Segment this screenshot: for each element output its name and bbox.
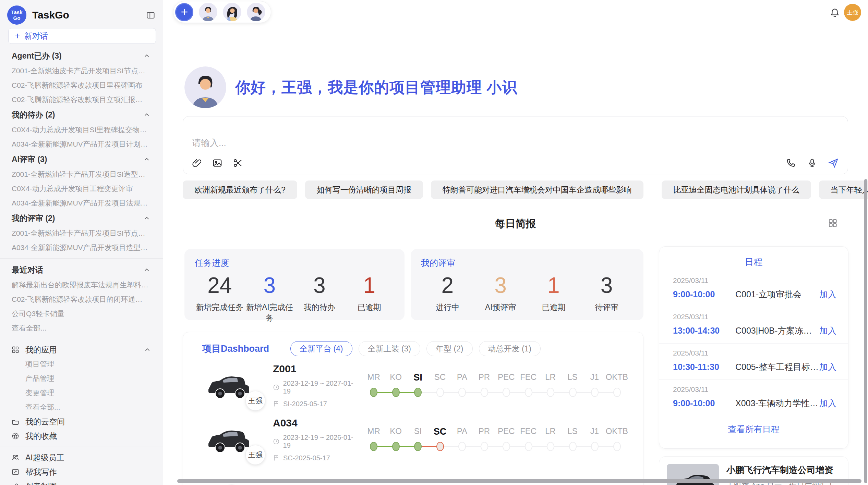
suggestion-chip[interactable]: 特朗普可能对进口汽车增税会对中国车企造成哪些影响 <box>431 181 643 199</box>
microphone-icon[interactable] <box>806 157 818 169</box>
voice-call-icon[interactable] <box>785 157 797 169</box>
collapse-sidebar-icon[interactable] <box>146 11 155 20</box>
milestone-label: KO <box>385 426 407 437</box>
milestone-dot-done <box>392 442 400 451</box>
section-header-recent-chats[interactable]: 最近对话 <box>0 262 163 278</box>
milestone-dot <box>503 442 510 451</box>
chevron-up-icon[interactable] <box>143 111 150 119</box>
scissors-icon[interactable] <box>232 157 244 169</box>
section-header-my-todo[interactable]: 我的待办 (2) <box>0 107 163 123</box>
sidebar-item[interactable]: Z001-全新燃油轻卡产品开发项目SI节点属性5D文件评审 <box>0 226 163 240</box>
divider <box>0 339 163 339</box>
sidebar-item-my-apps[interactable]: 我的应用 <box>0 343 163 357</box>
horizontal-scrollbar[interactable] <box>177 479 861 483</box>
user-name: 王强 <box>847 9 858 16</box>
apps-view-all[interactable]: 查看全部... <box>0 400 163 414</box>
milestone-dot-done <box>414 442 422 451</box>
section-title: 我的评审 <box>12 213 43 224</box>
section-count: (2) <box>45 214 55 223</box>
plus-icon <box>180 8 189 16</box>
assistant-avatar-2[interactable] <box>223 3 241 21</box>
schedule-item[interactable]: 2025/03/11 13:00-14:30 C003|H0B-方案冻结评审 加… <box>659 307 848 344</box>
chevron-up-icon[interactable] <box>143 156 150 163</box>
sidebar-item-cloud-space[interactable]: 我的云空间 <box>0 414 163 429</box>
sidebar-item-ai-super-staff[interactable]: AI超级员工 <box>0 450 163 465</box>
add-assistant-button[interactable] <box>175 3 193 21</box>
app-item-change-mgmt[interactable]: 变更管理 <box>0 386 163 400</box>
schedule-event-title: C003|H0B-方案冻结评审 <box>731 325 819 336</box>
sidebar-item-help-me-write[interactable]: 帮我写作 <box>0 465 163 479</box>
schedule-title: 日程 <box>659 247 848 271</box>
app-item-product-mgmt[interactable]: 产品管理 <box>0 371 163 386</box>
project-name: A034 <box>273 417 359 429</box>
send-icon[interactable] <box>827 157 840 169</box>
sidebar-item[interactable]: Z001-全新燃油轻卡产品开发项目SI造型提交物评审 <box>0 167 163 182</box>
chevron-up-icon[interactable] <box>143 266 150 274</box>
section-header-ai-review[interactable]: AI评审 (3) <box>0 151 163 167</box>
recent-chat-item[interactable]: 解释最新出台的欧盟报废车法规再生塑料比例被调至15%... <box>0 278 163 292</box>
sidebar-item[interactable]: A034-全新新能源MUV产品开发项目计划变更表编写 <box>0 137 163 151</box>
section-header-my-review[interactable]: 我的评审 (2) <box>0 210 163 226</box>
schedule-item[interactable]: 2025/03/11 10:30-11:30 C005-整车工程目标评审 加入 <box>659 344 848 380</box>
sidebar-item-creative-drawing[interactable]: 创意制图 <box>0 479 163 485</box>
creative-drawing-label: 创意制图 <box>25 481 57 485</box>
sidebar-item[interactable]: C0X4-动力总成开发项目SI里程碑提交物检查 <box>0 123 163 137</box>
chevron-up-icon[interactable] <box>144 346 151 353</box>
chevron-up-icon[interactable] <box>143 52 150 60</box>
people-icon <box>11 453 20 462</box>
sidebar-item[interactable]: C02-飞腾新能源轻客改款项目立项汇报方案 <box>0 92 163 107</box>
suggestion-chips: 欧洲新规最近颁布了什么? 如何写一份清晰的项目周报 特朗普可能对进口汽车增税会对… <box>183 181 865 199</box>
sidebar-item[interactable]: Z001-全新燃油皮卡产品开发项目SI节点Lesson Learn报告 <box>0 64 163 78</box>
project-flag: SC-2025-05-17 <box>283 454 330 462</box>
sidebar-item-favorites[interactable]: 我的收藏 <box>0 429 163 443</box>
suggestion-chip[interactable]: 比亚迪全固态电池计划具体说了什么 <box>662 181 811 199</box>
assistant-avatar-1[interactable] <box>199 3 217 21</box>
app-item-project-mgmt[interactable]: 项目管理 <box>0 357 163 371</box>
chevron-up-icon[interactable] <box>143 214 150 222</box>
tab-new-body[interactable]: 全新上装 (3) <box>359 341 421 356</box>
sidebar-item[interactable]: C0X4-动力总成开发项目工程变更评审 <box>0 182 163 196</box>
milestone-label: PEC <box>495 426 517 437</box>
sidebar-item[interactable]: C02-飞腾新能源轻客改款项目里程碑画布 <box>0 78 163 92</box>
suggestion-chip[interactable]: 当下年轻人对汽车外观有怎样的喜好趋势 <box>819 181 868 199</box>
chat-input-box[interactable]: 请输入... <box>183 116 848 174</box>
greeting-block: 你好，王强，我是你的项目管理助理 小识 <box>184 66 517 108</box>
user-avatar[interactable]: 王强 <box>844 4 861 21</box>
vertical-scrollbar[interactable] <box>864 179 867 483</box>
join-link[interactable]: 加入 <box>819 361 836 373</box>
layout-grid-icon[interactable] <box>828 218 838 228</box>
stat-overdue: 1 已逾期 <box>345 272 395 323</box>
tab-model-year[interactable]: 年型 (2) <box>426 341 473 356</box>
sidebar-item[interactable]: A034-全新新能源MUV产品开发项目造型可行性评审 <box>0 240 163 255</box>
milestone-label: KO <box>385 372 407 383</box>
new-chat-button[interactable]: + 新对话 <box>8 28 156 44</box>
schedule-date: 2025/03/11 <box>673 313 836 321</box>
join-link[interactable]: 加入 <box>819 325 836 336</box>
clock-icon <box>273 384 280 391</box>
schedule-item[interactable]: 2025/03/11 9:00-10:00 C001-立项审批会 加入 <box>659 271 848 307</box>
join-link[interactable]: 加入 <box>819 398 836 409</box>
suggestion-chip[interactable]: 欧洲新规最近颁布了什么? <box>183 181 297 199</box>
tab-new-platform[interactable]: 全新平台 (4) <box>290 341 352 356</box>
project-row[interactable]: 王强 A034 2023-12-19 ~ 2026-01-19 SC-2025-… <box>183 412 643 467</box>
project-row[interactable]: 王强 Z001 2023-12-19 ~ 2027-01-19 SI-2025-… <box>183 358 643 412</box>
section-count: (3) <box>37 155 47 164</box>
attachment-icon[interactable] <box>191 157 203 169</box>
milestone-dot <box>525 442 532 451</box>
image-upload-icon[interactable] <box>211 157 224 169</box>
tab-powertrain[interactable]: 动总开发 (1) <box>479 341 541 356</box>
recent-chat-item[interactable]: C02-飞腾新能源轻客改款项目的闭环通告反馈情况 <box>0 292 163 307</box>
milestone-dot-alert <box>436 442 444 451</box>
recent-chat-item[interactable]: 公司Q3轻卡销量 <box>0 307 163 321</box>
milestone-dot <box>613 388 621 397</box>
recent-chats-view-all[interactable]: 查看全部... <box>0 321 163 335</box>
schedule-item[interactable]: 2025/03/11 9:00-10:00 X003-车辆动力学性能验... 加… <box>659 380 848 416</box>
view-all-schedule-link[interactable]: 查看所有日程 <box>659 416 848 443</box>
sidebar-item[interactable]: A034-全新新能源MUV产品开发项目法规符合性评审 <box>0 196 163 210</box>
join-link[interactable]: 加入 <box>819 289 836 300</box>
assistant-avatar-3[interactable] <box>247 3 265 21</box>
suggestion-chip[interactable]: 如何写一份清晰的项目周报 <box>305 181 423 199</box>
milestone-dot <box>569 442 577 451</box>
section-header-agent-done[interactable]: Agent已办 (3) <box>0 48 163 64</box>
notification-bell-icon[interactable] <box>830 8 840 18</box>
